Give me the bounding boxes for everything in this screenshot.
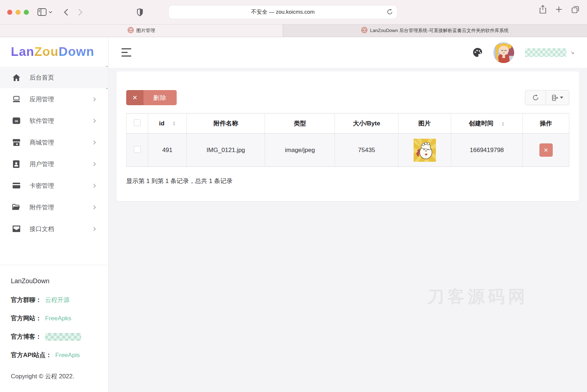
- header-select-all: [127, 113, 148, 134]
- laptop-icon: [12, 96, 20, 103]
- columns-toggle-button[interactable]: [546, 90, 569, 105]
- privacy-shield-icon[interactable]: [137, 8, 143, 16]
- tab-label: LanZouDown 后台管理系统-可直接解析蓝奏云文件夹的软件库系统: [370, 27, 508, 34]
- logo-part-zou: Zou: [34, 44, 58, 59]
- user-caret-icon: [571, 51, 574, 54]
- username-blurred[interactable]: [525, 48, 566, 57]
- delete-button-label: 删除: [144, 90, 177, 105]
- logo-part-down: Down: [58, 44, 94, 59]
- tab-overview-icon[interactable]: [571, 6, 579, 13]
- browser-titlebar: 不安全 — zou.koicms.com: [0, 0, 587, 24]
- minimize-window-button[interactable]: [16, 10, 21, 15]
- chevron-right-icon: [93, 162, 96, 166]
- app-logo: LanZouDown: [0, 37, 108, 66]
- footer-link-freeapis[interactable]: FreeApis: [55, 352, 80, 359]
- caret-down-icon: [560, 97, 563, 99]
- user-avatar[interactable]: [493, 42, 514, 63]
- cell-id: 491: [148, 134, 187, 167]
- sidebar-item-label: 附件管理: [30, 203, 54, 211]
- cell-image: [398, 134, 451, 167]
- sidebar-item-api-docs[interactable]: 接口文档: [0, 218, 108, 240]
- tab-favicon: [361, 27, 367, 34]
- sidebar-item-label: 接口文档: [30, 225, 54, 233]
- table-row: 491 IMG_0121.jpg image/jpeg 75435: [127, 134, 569, 167]
- select-all-checkbox[interactable]: [134, 119, 141, 126]
- footer-label-website: 官方网站：: [11, 314, 41, 322]
- cell-created-time: 1669419798: [451, 134, 523, 167]
- sidebar-item-user-management[interactable]: 用户管理: [0, 153, 108, 175]
- attachment-table-card: ✕ 删除: [116, 71, 579, 201]
- footer-label-blog: 官方博客：: [11, 333, 41, 341]
- address-bar[interactable]: 不安全 — zou.koicms.com: [169, 5, 397, 19]
- delete-button[interactable]: ✕ 删除: [126, 90, 177, 105]
- footer-link-blog-blurred[interactable]: [45, 333, 81, 341]
- tab-lanzoudown-system[interactable]: LanZouDown 后台管理系统-可直接解析蓝奏云文件夹的软件库系统: [283, 24, 587, 37]
- sidebar-item-attachment-management[interactable]: 附件管理: [0, 196, 108, 218]
- copyright-text: Copyright © 云程 2022.: [11, 372, 97, 380]
- header-type: 类型: [265, 113, 335, 134]
- header-created-time[interactable]: 创建时间▲▼: [451, 113, 523, 134]
- sidebar-menu: 后台首页 应用管理 ∞ 软件管理 商城管理: [0, 66, 108, 240]
- header-id[interactable]: id▲▼: [148, 113, 187, 134]
- id-badge-icon: [12, 160, 20, 168]
- sort-icon: ▲▼: [502, 121, 505, 126]
- main-header: [109, 37, 587, 68]
- chevron-right-icon: [93, 205, 96, 210]
- footer-link-freeapks[interactable]: FreeApks: [45, 315, 71, 322]
- share-icon[interactable]: [539, 5, 546, 14]
- close-window-button[interactable]: [7, 10, 12, 15]
- refresh-button[interactable]: [525, 90, 546, 105]
- sidebar-footer: LanZouDown 官方群聊： 云程开源 官方网站： FreeApks 官方博…: [0, 265, 108, 380]
- sidebar: LanZouDown 后台首页 应用管理 ∞ 软件管理: [0, 37, 109, 392]
- sidebar-item-label: 用户管理: [30, 160, 54, 168]
- row-delete-button[interactable]: ✕: [539, 143, 553, 157]
- cell-size: 75435: [335, 134, 398, 167]
- credit-card-icon: [12, 183, 20, 188]
- sidebar-item-label: 商城管理: [30, 138, 54, 147]
- watermark-text: 刀客源码网: [427, 285, 528, 308]
- home-icon: [12, 74, 20, 81]
- footer-link-yuncheng[interactable]: 云程开源: [45, 296, 70, 304]
- delete-x-icon: ✕: [126, 90, 144, 105]
- cell-attachment-name: IMG_0121.jpg: [187, 134, 265, 167]
- forward-button[interactable]: [78, 9, 83, 16]
- footer-brand: LanZouDown: [11, 277, 97, 285]
- traffic-lights: [7, 10, 29, 15]
- infinity-icon: ∞: [12, 117, 20, 124]
- sidebar-item-app-management[interactable]: 应用管理: [0, 88, 108, 110]
- sidebar-item-label: 软件管理: [30, 117, 54, 125]
- sidebar-item-card-key-management[interactable]: 卡密管理: [0, 175, 108, 196]
- tab-strip: 图片管理 LanZouDown 后台管理系统-可直接解析蓝奏云文件夹的软件库系统: [0, 24, 587, 37]
- sidebar-chevron-down-icon[interactable]: [49, 11, 52, 13]
- tab-image-management[interactable]: 图片管理: [0, 24, 283, 37]
- new-tab-icon[interactable]: [556, 6, 562, 13]
- storefront-icon: [12, 139, 20, 146]
- row-checkbox[interactable]: [134, 146, 141, 153]
- sidebar-item-store-management[interactable]: 商城管理: [0, 132, 108, 153]
- table-header-row: id▲▼ 附件名称 类型 大小/Byte 图片 创建时间▲▼ 操作: [127, 113, 569, 134]
- folder-open-icon: [12, 204, 20, 210]
- sidebar-item-software-management[interactable]: ∞ 软件管理: [0, 110, 108, 132]
- header-image: 图片: [398, 113, 451, 134]
- back-button[interactable]: [64, 9, 68, 16]
- header-actions: 操作: [523, 113, 569, 134]
- chevron-right-icon: [93, 227, 96, 231]
- chevron-right-icon: [93, 140, 96, 145]
- menu-toggle-icon[interactable]: [122, 48, 131, 57]
- chevron-right-icon: [93, 183, 96, 188]
- footer-label-api-site: 官方API站点：: [11, 351, 52, 359]
- sidebar-item-dashboard[interactable]: 后台首页: [0, 67, 108, 88]
- theme-palette-icon[interactable]: [473, 48, 482, 57]
- attachment-thumbnail[interactable]: [414, 139, 436, 162]
- table-tools: [525, 90, 569, 105]
- records-summary: 显示第 1 到第 1 条记录，总共 1 条记录: [126, 177, 569, 185]
- sidebar-toggle-icon[interactable]: [37, 8, 47, 16]
- logo-part-lan: Lan: [11, 44, 34, 59]
- tab-label: 图片管理: [136, 27, 155, 34]
- zoom-window-button[interactable]: [24, 10, 29, 15]
- chevron-right-icon: [93, 97, 96, 102]
- reload-icon[interactable]: [387, 9, 393, 17]
- tab-favicon: [128, 27, 134, 34]
- sidebar-item-label: 应用管理: [30, 95, 54, 103]
- attachments-table: id▲▼ 附件名称 类型 大小/Byte 图片 创建时间▲▼ 操作 491: [126, 113, 569, 167]
